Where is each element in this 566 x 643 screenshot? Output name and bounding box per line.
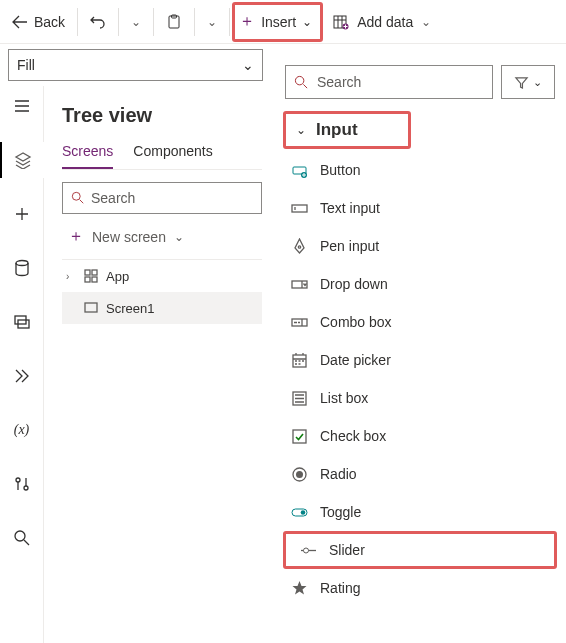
insert-search-input[interactable]: Search — [285, 65, 493, 99]
chevron-down-icon: ⌄ — [207, 15, 217, 29]
insert-item-date-picker[interactable]: Date picker — [277, 341, 563, 379]
search-icon — [13, 529, 31, 547]
insert-item-text-input[interactable]: Text input — [277, 189, 563, 227]
property-label: Fill — [17, 57, 35, 73]
item-label: Drop down — [320, 276, 388, 292]
svg-point-10 — [72, 192, 80, 200]
svg-rect-12 — [92, 270, 97, 275]
search-icon — [294, 75, 309, 90]
rail-hamburger[interactable] — [0, 88, 44, 124]
insert-filter-button[interactable]: ⌄ — [501, 65, 555, 99]
new-screen-button[interactable]: ＋ New screen ⌄ — [62, 214, 262, 259]
item-label: List box — [320, 390, 368, 406]
insert-item-check-box[interactable]: Check box — [277, 417, 563, 455]
add-data-button[interactable]: Add data ⌄ — [323, 4, 441, 40]
rail-search[interactable] — [0, 520, 44, 556]
star-icon — [291, 580, 308, 597]
svg-point-9 — [15, 531, 25, 541]
chevron-down-icon: ⌄ — [174, 230, 184, 244]
screen-icon — [84, 301, 98, 315]
tree-tabs: Screens Components — [62, 143, 262, 170]
chevron-down-icon: ⌄ — [131, 15, 141, 29]
tab-components[interactable]: Components — [133, 143, 212, 169]
item-label: Rating — [320, 580, 360, 596]
back-label: Back — [34, 14, 65, 30]
layers-icon — [14, 151, 32, 169]
tree-item-screen1[interactable]: Screen1 — [62, 292, 262, 324]
tree-item-label: App — [106, 269, 129, 284]
tools-icon — [13, 475, 31, 493]
svg-point-29 — [301, 510, 306, 515]
tree-item-app[interactable]: › App — [62, 260, 262, 292]
insert-item-list-box[interactable]: List box — [277, 379, 563, 417]
chevron-down-icon: ⌄ — [421, 15, 431, 29]
undo-more-button[interactable]: ⌄ — [121, 4, 151, 40]
toggle-icon — [291, 504, 308, 521]
dropdown-icon — [291, 276, 308, 293]
rail-power[interactable] — [0, 358, 44, 394]
insert-item-button[interactable]: Button — [277, 151, 563, 189]
hamburger-icon — [13, 97, 31, 115]
insert-category-input[interactable]: ⌄ Input — [283, 111, 411, 149]
item-label: Button — [320, 162, 360, 178]
tab-screens[interactable]: Screens — [62, 143, 113, 169]
plus-icon — [13, 205, 31, 223]
media-icon — [13, 313, 31, 331]
svg-rect-14 — [92, 277, 97, 282]
item-label: Date picker — [320, 352, 391, 368]
tree-search-placeholder: Search — [91, 190, 135, 206]
divider — [153, 8, 154, 36]
text-input-icon — [291, 200, 308, 217]
insert-item-radio[interactable]: Radio — [277, 455, 563, 493]
insert-item-rating[interactable]: Rating — [277, 569, 563, 607]
listbox-icon — [291, 390, 308, 407]
caret-icon: › — [66, 271, 76, 282]
item-label: Combo box — [320, 314, 392, 330]
svg-point-16 — [295, 76, 303, 84]
rail-variables[interactable]: (x) — [0, 412, 44, 448]
insert-item-slider[interactable]: Slider — [283, 531, 557, 569]
undo-icon — [90, 14, 106, 30]
flow-icon — [13, 367, 31, 385]
item-label: Pen input — [320, 238, 379, 254]
insert-item-toggle[interactable]: Toggle — [277, 493, 563, 531]
rail-tools[interactable] — [0, 466, 44, 502]
rail-data[interactable] — [0, 250, 44, 286]
insert-item-pen-input[interactable]: Pen input — [277, 227, 563, 265]
arrow-left-icon — [12, 14, 28, 30]
combobox-icon — [291, 314, 308, 331]
divider — [118, 8, 119, 36]
checkbox-icon — [291, 428, 308, 445]
paste-more-button[interactable]: ⌄ — [197, 4, 227, 40]
add-data-label: Add data — [357, 14, 413, 30]
rail-media[interactable] — [0, 304, 44, 340]
pen-icon — [291, 238, 308, 255]
tree-search-input[interactable]: Search — [62, 182, 262, 214]
radio-icon — [291, 466, 308, 483]
svg-point-8 — [24, 486, 28, 490]
clipboard-icon — [166, 14, 182, 30]
rail-treeview[interactable] — [0, 142, 44, 178]
insert-item-drop-down[interactable]: Drop down — [277, 265, 563, 303]
undo-button[interactable] — [80, 4, 116, 40]
property-dropdown[interactable]: Fill ⌄ — [8, 49, 263, 81]
paste-button[interactable] — [156, 4, 192, 40]
calendar-icon — [291, 352, 308, 369]
chevron-down-icon: ⌄ — [533, 76, 542, 89]
top-toolbar: Back ⌄ ⌄ ＋ Insert ⌄ Add data ⌄ — [0, 0, 566, 44]
item-label: Radio — [320, 466, 357, 482]
data-icon — [333, 14, 349, 30]
svg-rect-25 — [293, 430, 306, 443]
insert-button[interactable]: ＋ Insert ⌄ — [232, 2, 323, 42]
slider-icon — [300, 542, 317, 559]
rail-insert[interactable] — [0, 196, 44, 232]
svg-rect-19 — [292, 205, 307, 212]
divider — [194, 8, 195, 36]
svg-point-27 — [296, 471, 303, 478]
new-screen-label: New screen — [92, 229, 166, 245]
item-label: Text input — [320, 200, 380, 216]
back-button[interactable]: Back — [2, 4, 75, 40]
divider — [77, 8, 78, 36]
insert-item-combo-box[interactable]: Combo box — [277, 303, 563, 341]
svg-point-20 — [298, 245, 300, 247]
